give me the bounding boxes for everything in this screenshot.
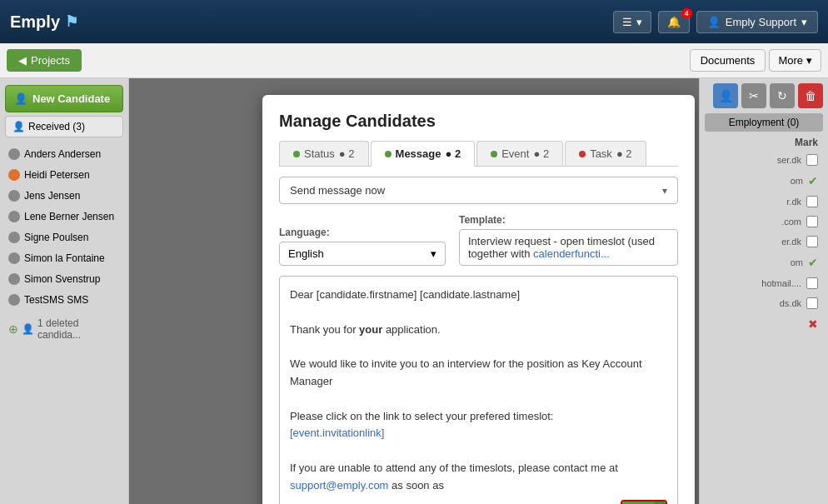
sms-toggle-handle[interactable]: ▐ bbox=[654, 502, 666, 504]
user-menu-button[interactable]: 👤 Emply Support ▾ bbox=[696, 11, 818, 33]
template-select[interactable]: Interview request - open timeslot (used … bbox=[459, 229, 678, 266]
email-partial: .com bbox=[781, 217, 801, 227]
logo: Emply ⚑ bbox=[10, 12, 78, 32]
menu-icon: ☰ bbox=[622, 16, 632, 28]
mark-checkbox[interactable] bbox=[806, 277, 818, 289]
tab-status[interactable]: Status ● 2 bbox=[279, 141, 369, 166]
bell-icon: 🔔 bbox=[667, 16, 681, 28]
tab-task-count: ● 2 bbox=[616, 147, 632, 160]
tab-status-count: ● 2 bbox=[339, 147, 355, 160]
mark-checkbox[interactable] bbox=[806, 236, 818, 247]
notifications-button[interactable]: 🔔 4 bbox=[658, 11, 690, 33]
edit-icon-button[interactable]: ✂ bbox=[741, 83, 766, 108]
modal-title: Manage Candidates bbox=[279, 112, 678, 131]
avatar bbox=[8, 148, 20, 160]
mark-checkbox[interactable] bbox=[806, 216, 818, 227]
projects-label: Projects bbox=[31, 54, 70, 67]
menu-chevron: ▾ bbox=[636, 16, 642, 28]
tab-message[interactable]: Message ● 2 bbox=[371, 141, 476, 167]
sub-navigation: ◀ Projects Documents More ▾ bbox=[0, 43, 828, 78]
content-area: Manage Candidates Status ● 2 Message ● 2… bbox=[129, 78, 699, 504]
table-row: r.dk bbox=[706, 192, 821, 212]
avatar bbox=[8, 232, 20, 243]
message-body: Dear [candidate.firstname] [candidate.la… bbox=[279, 276, 678, 504]
more-button[interactable]: More ▾ bbox=[769, 49, 821, 72]
sms-toggle-wrapper[interactable]: ON ▐ bbox=[621, 500, 667, 504]
profile-icon-button[interactable]: 👤 bbox=[713, 83, 738, 108]
send-sms-row: Send as SMS: ON ▐ bbox=[290, 500, 667, 504]
avatar: 👤 bbox=[22, 323, 34, 335]
x-icon: ✖ bbox=[808, 317, 818, 331]
tab-task-label: Task bbox=[590, 147, 612, 160]
tab-event-count: ● 2 bbox=[533, 147, 549, 160]
language-label: Language: bbox=[279, 227, 446, 238]
message-line-1: Dear [candidate.firstname] [candidate.la… bbox=[290, 287, 667, 304]
sidebar: 👤 New Candidate 👤 Received (3) Anders An… bbox=[0, 78, 129, 504]
sms-toggle[interactable]: ON bbox=[622, 502, 654, 504]
modal-tabs: Status ● 2 Message ● 2 Event ● 2 Task ● … bbox=[279, 141, 678, 167]
avatar bbox=[8, 252, 20, 264]
message-line-3: We would like to invite you to an interv… bbox=[290, 356, 667, 391]
received-button[interactable]: 👤 Received (3) bbox=[5, 116, 123, 137]
template-label: Template: bbox=[459, 214, 678, 226]
table-row: .com bbox=[706, 212, 821, 232]
mark-checkbox[interactable] bbox=[806, 196, 818, 207]
list-item[interactable]: TestSMS SMS bbox=[5, 290, 123, 310]
mark-header: Mark bbox=[700, 132, 828, 150]
list-item[interactable]: Jens Jensen bbox=[5, 186, 123, 206]
language-value: English bbox=[288, 247, 324, 260]
projects-button[interactable]: ◀ Projects bbox=[7, 49, 82, 72]
tab-task[interactable]: Task ● 2 bbox=[565, 141, 646, 166]
message-line-2: Thank you for your application. bbox=[290, 322, 667, 339]
email-partial: er.dk bbox=[781, 237, 801, 247]
tab-message-count: ● 2 bbox=[445, 147, 461, 160]
menu-button[interactable]: ☰ ▾ bbox=[613, 11, 651, 33]
more-chevron: ▾ bbox=[806, 54, 812, 67]
new-candidate-label: New Candidate bbox=[32, 92, 110, 105]
documents-button[interactable]: Documents bbox=[690, 49, 766, 72]
avatar bbox=[8, 211, 20, 222]
delete-icon-button[interactable]: 🗑 bbox=[798, 83, 823, 108]
language-arrow-icon: ▾ bbox=[431, 247, 436, 260]
email-partial: r.dk bbox=[786, 197, 801, 207]
list-item[interactable]: Anders Andersen bbox=[5, 144, 123, 164]
list-item[interactable]: Signe Poulsen bbox=[5, 227, 123, 247]
right-panel: 👤 ✂ ↻ 🗑 Employment (0) Mark ser.dk om ✔ … bbox=[699, 78, 828, 504]
tab-status-label: Status bbox=[304, 147, 335, 160]
message-line-4: Please click on the link to select your … bbox=[290, 408, 667, 426]
person-add-icon: 👤 bbox=[14, 92, 27, 105]
email-partial: ser.dk bbox=[777, 155, 801, 165]
avatar bbox=[8, 169, 20, 181]
list-item[interactable]: Simon la Fontaine bbox=[5, 248, 123, 268]
dropdown-arrow-icon: ▾ bbox=[662, 185, 667, 197]
tab-event-label: Event bbox=[501, 147, 529, 160]
employment-label: Employment (0) bbox=[705, 113, 823, 132]
lang-template-row: Language: English ▾ Template: Interview … bbox=[279, 214, 678, 266]
list-item[interactable]: Simon Svenstrup bbox=[5, 269, 123, 289]
send-when-dropdown[interactable]: Send message now ▾ bbox=[279, 177, 678, 204]
projects-icon: ◀ bbox=[18, 54, 27, 67]
new-candidate-button[interactable]: 👤 New Candidate bbox=[5, 85, 123, 112]
template-group: Template: Interview request - open times… bbox=[459, 214, 678, 266]
check-icon: ✔ bbox=[808, 174, 818, 187]
candidate-name: Heidi Petersen bbox=[24, 169, 90, 181]
user-chevron: ▾ bbox=[801, 16, 807, 28]
candidate-name: Simon Svenstrup bbox=[24, 273, 100, 285]
received-label: Received (3) bbox=[28, 121, 85, 132]
list-item[interactable]: Heidi Petersen bbox=[5, 165, 123, 185]
user-icon: 👤 bbox=[707, 16, 721, 28]
language-select[interactable]: English ▾ bbox=[279, 242, 446, 266]
avatar bbox=[8, 273, 20, 285]
language-group: Language: English ▾ bbox=[279, 227, 446, 266]
list-item[interactable]: Lene Berner Jensen bbox=[5, 207, 123, 227]
deleted-candidate-item[interactable]: ⊕ 👤 1 deleted candida... bbox=[5, 313, 123, 345]
message-line-5: [event.invitationlink] bbox=[290, 425, 667, 442]
add-icon: ⊕ bbox=[8, 322, 18, 336]
send-when-value: Send message now bbox=[290, 184, 385, 197]
candidate-name: TestSMS SMS bbox=[24, 294, 88, 306]
topnav-right: ☰ ▾ 🔔 4 👤 Emply Support ▾ bbox=[613, 11, 818, 33]
tab-event[interactable]: Event ● 2 bbox=[476, 141, 563, 166]
mark-checkbox[interactable] bbox=[806, 297, 818, 309]
refresh-icon-button[interactable]: ↻ bbox=[770, 83, 795, 108]
mark-checkbox[interactable] bbox=[806, 154, 818, 166]
